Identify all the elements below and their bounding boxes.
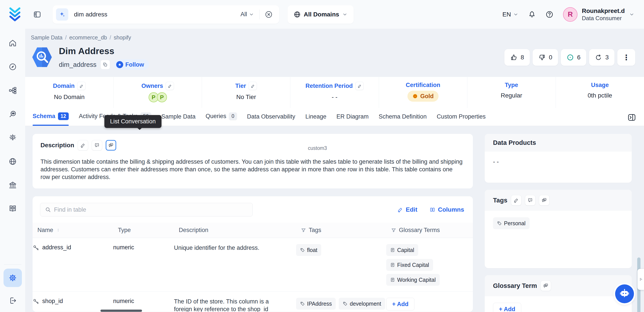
table-row[interactable]: shop_id numeric The ID of the store. Thi… (32, 292, 473, 312)
meta-retention: Retention Period - - (290, 77, 378, 108)
more-actions-kebab-icon[interactable]: ⋮ (617, 49, 635, 66)
list-conversation-icon[interactable] (106, 140, 116, 150)
tag-chip[interactable]: float (296, 244, 321, 256)
description-title: Description (40, 142, 74, 149)
column-name: address_id (42, 244, 71, 251)
clear-search-icon[interactable] (265, 11, 273, 19)
breadcrumb-item[interactable]: ecommerce_db (69, 34, 107, 41)
divider (4, 264, 22, 265)
copy-icon[interactable] (100, 60, 110, 69)
comment-icon[interactable] (92, 140, 102, 150)
edit-pencil-icon[interactable] (166, 82, 174, 90)
discover-observe-icon[interactable] (6, 107, 20, 121)
help-icon[interactable] (546, 11, 554, 19)
chevron-down-icon (249, 12, 254, 17)
workflows-icon[interactable] (6, 83, 20, 97)
globe-icon[interactable] (6, 154, 20, 169)
column-header-description[interactable]: Description (179, 227, 301, 234)
columns-button[interactable]: Columns (430, 206, 464, 213)
edit-pencil-icon[interactable] (248, 82, 257, 90)
tab-data-observability[interactable]: Data Observability (247, 113, 296, 126)
refresh-button[interactable]: 3 (589, 49, 614, 66)
term-icon (390, 262, 395, 267)
breadcrumb-item[interactable]: shopify (114, 34, 131, 41)
list-conversation-icon[interactable] (539, 195, 550, 206)
column-name: shop_id (42, 298, 63, 304)
column-header-tags[interactable]: Tags (301, 227, 391, 234)
table-row[interactable]: address_id numeric Unique identifier for… (32, 238, 473, 292)
column-header-type[interactable]: Type (118, 227, 179, 234)
tab-sample-data[interactable]: Sample Data (161, 113, 196, 126)
chevron-down-icon (629, 12, 634, 17)
find-in-table-input[interactable] (54, 206, 248, 213)
edge-resize-handle[interactable] (638, 269, 644, 290)
logout-icon[interactable] (6, 293, 20, 307)
tab-schema-definition[interactable]: Schema Definition (379, 113, 427, 126)
dislikes-button[interactable]: 0 (532, 49, 558, 66)
add-glossary-term-button[interactable]: + Add (386, 298, 414, 310)
collapse-panel-icon[interactable] (627, 113, 636, 122)
all-domains-dropdown[interactable]: All Domains (288, 5, 354, 24)
tag-chip[interactable]: Personal (493, 217, 530, 229)
column-description: The ID of the store. This column is a fo… (174, 298, 296, 312)
meta-domain: Domain No Domain (25, 77, 113, 108)
key-icon (32, 298, 39, 305)
edit-description-pencil-icon[interactable] (78, 140, 88, 150)
governance-bank-icon[interactable] (6, 178, 20, 192)
glossary-term-chip[interactable]: Capital (386, 244, 418, 256)
follow-button[interactable]: ★ Follow (114, 59, 149, 70)
language-dropdown[interactable]: EN (502, 11, 518, 18)
search-input[interactable]: dim address (74, 11, 240, 18)
tag-icon (343, 301, 348, 306)
owner-avatar[interactable]: P (157, 92, 167, 102)
list-conversation-icon[interactable] (540, 280, 551, 291)
meta-owners: Owners P P (113, 77, 202, 108)
tab-custom-properties[interactable]: Custom Properties (437, 113, 486, 126)
comment-icon[interactable] (525, 195, 536, 206)
ai-sparkle-icon[interactable] (56, 8, 68, 21)
metadata-band: Domain No Domain Owners P P Tier (25, 77, 644, 108)
edit-pencil-icon[interactable] (77, 82, 86, 90)
meta-certification: Certification Gold (379, 77, 467, 108)
edit-button[interactable]: Edit (398, 206, 417, 213)
tab-schema[interactable]: Schema 12 (32, 112, 69, 126)
glossary-term-chip[interactable]: Working Capital (386, 274, 440, 286)
tag-chip[interactable]: development (339, 298, 385, 309)
breadcrumb: Sample Data/ ecommerce_db/ shopify (25, 29, 644, 41)
compass-icon[interactable] (6, 60, 20, 74)
glossary-term-chip[interactable]: Fixed Capital (386, 259, 433, 271)
edit-pencil-icon[interactable] (355, 82, 364, 90)
tag-icon (300, 248, 305, 252)
edit-tags-pencil-icon[interactable] (511, 195, 522, 206)
user-role: Data Consumer (582, 15, 625, 22)
data-products-card: Data Products - - (485, 134, 632, 183)
column-header-name[interactable]: Name (38, 227, 118, 234)
settings-gear-icon[interactable] (4, 269, 22, 287)
ai-assistant-robot-button[interactable] (615, 284, 634, 303)
tooltip: List Conversation (104, 115, 162, 128)
top-bar: dim address All All Domains EN R Rounakp… (0, 0, 644, 29)
watch-button[interactable]: 6 (561, 49, 586, 66)
avatar[interactable]: R (563, 7, 578, 22)
insights-bulb-icon[interactable] (6, 131, 20, 145)
global-search-bar[interactable]: dim address All (52, 5, 279, 24)
tag-chip[interactable]: IPAddress (296, 298, 336, 309)
search-scope-dropdown[interactable]: All (240, 11, 254, 18)
tab-er-diagram[interactable]: ER Diagram (336, 113, 368, 126)
likes-button[interactable]: 8 (504, 49, 530, 66)
notifications-bell-icon[interactable] (528, 11, 536, 19)
tab-queries[interactable]: Queries 0 (206, 112, 237, 126)
add-glossary-term-button[interactable]: + Add (493, 303, 521, 312)
home-icon[interactable] (6, 36, 20, 50)
tab-lineage[interactable]: Lineage (305, 113, 326, 126)
horizontal-scrollbar[interactable] (100, 309, 142, 312)
meta-usage: Usage 0th pctile (556, 77, 644, 108)
find-in-table-search[interactable] (40, 203, 253, 216)
column-header-glossary-terms[interactable]: Glossary Terms (391, 227, 473, 234)
glossary-book-icon[interactable] (6, 202, 20, 216)
atlan-logo-icon[interactable] (9, 7, 21, 22)
breadcrumb-item[interactable]: Sample Data (31, 34, 62, 41)
sidebar-toggle-icon[interactable] (33, 11, 41, 19)
user-menu[interactable]: R Rounakpreet.d Data Consumer (563, 7, 634, 22)
custom-property-label: custom3 (308, 145, 327, 151)
